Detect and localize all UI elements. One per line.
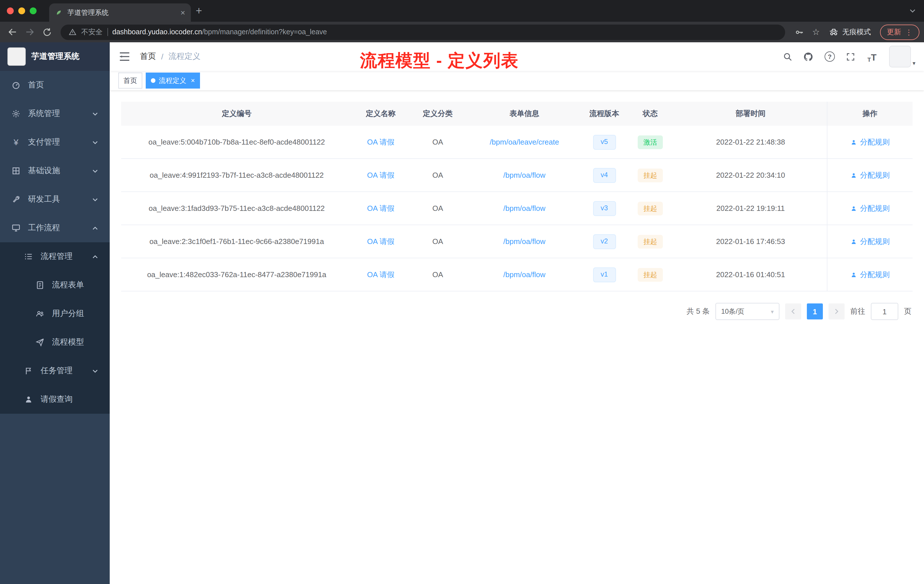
goto-page-input[interactable] — [871, 303, 898, 320]
breadcrumb-home[interactable]: 首页 — [140, 51, 156, 62]
sidebar-item-user-group[interactable]: 用户分组 — [0, 299, 110, 328]
page-size-select[interactable]: 10条/页 ▾ — [715, 303, 779, 320]
screen: 芋道管理系统 × + 不安全 dashboard.yudao.iocode — [0, 0, 924, 584]
warning-icon — [69, 28, 77, 36]
user-icon — [850, 271, 857, 278]
cell-category: OA — [409, 225, 466, 258]
help-icon[interactable]: ? — [823, 50, 836, 63]
browser-tab-strip: 芋道管理系统 × + — [0, 0, 924, 22]
column-header-id: 定义编号 — [121, 102, 352, 126]
sidebar-item-workflow[interactable]: 工作流程 — [0, 214, 110, 242]
definition-name-link[interactable]: OA 请假 — [367, 137, 394, 146]
tag-label: 流程定义 — [159, 76, 186, 86]
definition-name-link[interactable]: OA 请假 — [367, 270, 394, 279]
prev-page-button[interactable] — [785, 304, 801, 319]
annotation-overlay: 流程模型 - 定义列表 — [360, 49, 518, 73]
form-link[interactable]: /bpm/oa/flow — [503, 270, 545, 279]
cell-deploy-time: 2022-01-16 01:40:51 — [674, 258, 827, 291]
page-content: 定义编号 定义名称 定义分类 表单信息 流程版本 状态 部署时间 操作 oa_l — [110, 90, 924, 584]
incognito-label: 无痕模式 — [842, 27, 871, 37]
fullscreen-icon[interactable] — [845, 50, 857, 63]
definition-name-link[interactable]: OA 请假 — [367, 171, 394, 179]
forward-button[interactable] — [22, 24, 38, 40]
incognito-icon — [828, 27, 839, 37]
tag-process-definition[interactable]: 流程定义 × — [146, 73, 200, 89]
chevron-down-icon — [92, 168, 98, 174]
back-button[interactable] — [5, 24, 21, 40]
github-icon[interactable] — [802, 50, 815, 63]
bookmark-star-icon[interactable]: ☆ — [808, 24, 824, 40]
page-number-button[interactable]: 1 — [807, 304, 823, 319]
tab-search-button[interactable] — [909, 0, 916, 22]
avatar[interactable] — [889, 46, 911, 68]
sidebar-item-task-management[interactable]: 任务管理 — [0, 356, 110, 385]
window-zoom-button[interactable] — [30, 7, 36, 14]
update-button[interactable]: 更新 ⋮ — [880, 24, 919, 40]
tag-label: 首页 — [124, 76, 137, 86]
sidebar-header[interactable]: 芋道管理系统 — [0, 42, 110, 71]
sidebar-item-payment[interactable]: ¥ 支付管理 — [0, 128, 110, 157]
security-label[interactable]: 不安全 — [81, 27, 102, 37]
sidebar-item-dev-tools[interactable]: 研发工具 — [0, 185, 110, 214]
browser-tab[interactable]: 芋道管理系统 × — [49, 3, 191, 22]
cell-id: oa_leave:3:1fad3d93-7b75-11ec-a3c8-acde4… — [121, 192, 352, 225]
assign-rule-button[interactable]: 分配规则 — [850, 269, 890, 280]
cell-id: oa_leave:1:482ec033-762a-11ec-8477-a2380… — [121, 258, 352, 291]
version-badge[interactable]: v2 — [593, 234, 616, 249]
chevron-down-icon — [92, 111, 98, 117]
wrench-icon — [12, 195, 21, 204]
address-bar[interactable]: 不安全 dashboard.yudao.iocoder.cn/bpm/manag… — [61, 24, 785, 40]
hamburger-icon[interactable] — [118, 50, 131, 63]
page-unit-label: 页 — [904, 306, 911, 317]
reload-button[interactable] — [39, 24, 55, 40]
form-link[interactable]: /bpm/oa/flow — [503, 171, 545, 180]
yen-icon: ¥ — [12, 138, 21, 147]
version-badge[interactable]: v3 — [593, 201, 616, 216]
tab-close-icon[interactable]: × — [181, 8, 185, 16]
next-page-button[interactable] — [828, 304, 845, 319]
form-link[interactable]: /bpm/oa/flow — [503, 237, 545, 246]
window-close-button[interactable] — [7, 7, 14, 14]
sidebar-item-process-model[interactable]: 流程模型 — [0, 328, 110, 356]
sidebar-item-label: 研发工具 — [28, 194, 60, 205]
list-icon — [24, 252, 33, 261]
form-link[interactable]: /bpm/oa/leave/create — [490, 138, 559, 146]
table-row: oa_leave:5:004b710b-7b8a-11ec-8ef0-acde4… — [121, 126, 912, 158]
assign-rule-button[interactable]: 分配规则 — [850, 236, 890, 247]
omnibox-divider — [107, 28, 108, 36]
font-size-icon[interactable]: TT — [866, 50, 878, 63]
sidebar-item-system[interactable]: 系统管理 — [0, 99, 110, 128]
sidebar-item-label: 流程表单 — [52, 280, 84, 290]
version-badge[interactable]: v1 — [593, 267, 616, 282]
tag-close-icon[interactable]: × — [191, 77, 195, 84]
sidebar-item-process-management[interactable]: 流程管理 — [0, 242, 110, 271]
url-text[interactable]: dashboard.yudao.iocoder.cn/bpm/manager/d… — [112, 28, 327, 36]
assign-rule-button[interactable]: 分配规则 — [850, 203, 890, 213]
sidebar-item-label: 用户分组 — [52, 308, 84, 319]
tag-home[interactable]: 首页 — [118, 73, 142, 89]
status-badge: 激活 — [638, 135, 663, 149]
sidebar-item-home[interactable]: 首页 — [0, 71, 110, 99]
password-key-icon[interactable] — [791, 24, 807, 40]
sidebar-item-leave-query[interactable]: 请假查询 — [0, 385, 110, 414]
form-link[interactable]: /bpm/oa/flow — [503, 204, 545, 213]
user-menu[interactable]: ▾ — [889, 46, 916, 68]
sidebar-item-label: 首页 — [28, 80, 44, 90]
assign-rule-button[interactable]: 分配规则 — [850, 137, 890, 147]
status-badge: 挂起 — [638, 234, 663, 248]
sidebar-item-infrastructure[interactable]: 基础设施 — [0, 157, 110, 185]
sidebar-item-process-form[interactable]: 流程表单 — [0, 271, 110, 299]
chevron-down-icon — [92, 139, 98, 145]
paper-plane-icon — [35, 338, 45, 347]
window-minimize-button[interactable] — [18, 7, 25, 14]
table-row: oa_leave:3:1fad3d93-7b75-11ec-a3c8-acde4… — [121, 192, 912, 225]
user-icon — [850, 238, 857, 245]
search-icon[interactable] — [781, 50, 794, 63]
version-badge[interactable]: v5 — [593, 135, 616, 149]
version-badge[interactable]: v4 — [593, 168, 616, 183]
assign-rule-button[interactable]: 分配规则 — [850, 170, 890, 180]
new-tab-button[interactable]: + — [191, 3, 207, 19]
definition-name-link[interactable]: OA 请假 — [367, 204, 394, 212]
definition-name-link[interactable]: OA 请假 — [367, 237, 394, 246]
browser-menu-icon[interactable]: ⋮ — [905, 28, 912, 36]
